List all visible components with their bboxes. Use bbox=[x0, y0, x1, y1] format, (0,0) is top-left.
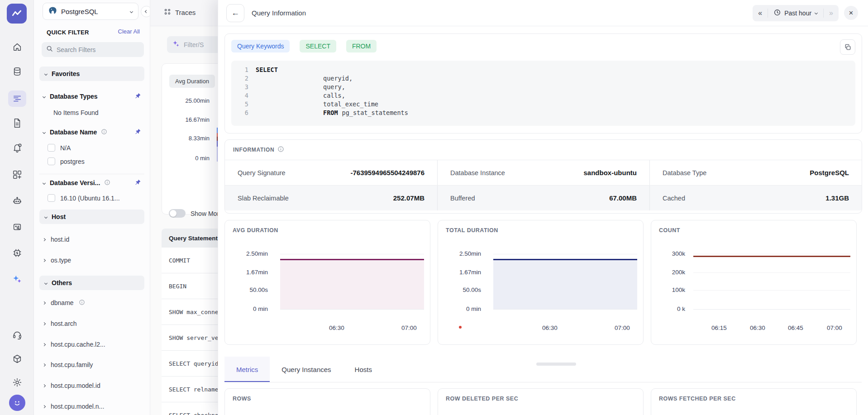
tab-query-instances[interactable]: Query Instances bbox=[270, 357, 343, 382]
show-more-toggle[interactable] bbox=[169, 209, 186, 218]
filter-option-version[interactable]: 16.10 (Ubuntu 16.1... bbox=[48, 194, 147, 202]
query-row[interactable]: SHOW server_ve bbox=[162, 325, 222, 351]
info-cell: Database Instancesandbox-ubuntu bbox=[437, 160, 649, 185]
billing-icon[interactable] bbox=[8, 63, 26, 80]
profile-avatar[interactable] bbox=[9, 395, 25, 411]
alerts-icon[interactable] bbox=[8, 140, 26, 156]
documents-icon[interactable] bbox=[8, 115, 26, 131]
checkbox[interactable] bbox=[48, 144, 55, 152]
y-tick: 0 min bbox=[162, 155, 210, 162]
pin-icon[interactable] bbox=[135, 179, 141, 186]
info-cell: Slab Reclaimable252.07MB bbox=[225, 186, 437, 210]
time-prev-button[interactable]: « bbox=[753, 5, 768, 21]
section-database-name[interactable]: Database Name bbox=[43, 129, 141, 136]
checkbox[interactable] bbox=[48, 157, 55, 165]
chevron-left-icon bbox=[145, 10, 148, 13]
info-cell: Cached1.31GB bbox=[649, 186, 862, 210]
clear-all-link[interactable]: Clear All bbox=[118, 28, 140, 35]
query-keywords-badge: Query Keywords bbox=[231, 40, 290, 52]
query-row[interactable]: SELECT checkpo bbox=[162, 402, 222, 415]
chevron-down-icon bbox=[815, 11, 818, 14]
settings-gear-icon[interactable] bbox=[8, 374, 26, 391]
pin-icon[interactable] bbox=[135, 93, 141, 100]
gridline bbox=[493, 254, 637, 254]
sidebar-collapse-button[interactable] bbox=[141, 6, 150, 17]
filter-option-postgres[interactable]: postgres bbox=[48, 157, 147, 165]
y-tick: 16.67min bbox=[162, 116, 210, 123]
horizontal-scrollbar-thumb[interactable] bbox=[536, 363, 576, 366]
assistant-robot-icon[interactable] bbox=[8, 193, 26, 209]
monitors-icon[interactable] bbox=[8, 219, 26, 235]
x-tick: 06:30 bbox=[744, 324, 771, 331]
chevron-down-icon bbox=[130, 10, 133, 13]
rows-card: ROWS bbox=[224, 388, 430, 415]
show-more-label: Show More bbox=[191, 210, 220, 217]
query-row[interactable]: SELECT relname bbox=[162, 377, 222, 402]
filter-host-arch[interactable]: host.arch bbox=[43, 320, 77, 327]
y-tick: 0 min bbox=[438, 305, 481, 312]
logs-icon[interactable] bbox=[8, 91, 26, 107]
datasource-dropdown[interactable]: PostgreSQL bbox=[43, 3, 138, 20]
query-row[interactable]: BEGIN bbox=[162, 273, 222, 299]
information-table: Query Signature-7639594965504249876 Data… bbox=[225, 160, 862, 210]
filter-placeholder: Filter/S bbox=[184, 41, 204, 48]
query-row[interactable]: COMMIT bbox=[162, 248, 222, 273]
search-filters-box[interactable] bbox=[42, 42, 144, 57]
time-range-button[interactable]: Past hour bbox=[768, 5, 823, 21]
section-database-version[interactable]: Database Versi... bbox=[43, 179, 141, 186]
y-tick: 2.50min bbox=[438, 250, 481, 257]
chevron-down-icon bbox=[43, 95, 46, 98]
info-cell: Query Signature-7639594965504249876 bbox=[225, 160, 437, 185]
info-icon bbox=[278, 146, 284, 153]
chevron-right-icon bbox=[43, 238, 46, 241]
integrations-box-icon[interactable] bbox=[8, 351, 26, 367]
section-host[interactable]: Host bbox=[39, 210, 144, 224]
filter-host-cpu-model-id[interactable]: host.cpu.model.id bbox=[43, 382, 100, 389]
checkbox[interactable] bbox=[48, 194, 55, 202]
filter-dbname[interactable]: dbname bbox=[43, 299, 85, 306]
tab-hosts[interactable]: Hosts bbox=[343, 357, 384, 382]
section-favorites[interactable]: Favorites bbox=[39, 67, 144, 81]
section-database-types[interactable]: Database Types bbox=[43, 93, 141, 100]
query-row[interactable]: SHOW max_conne bbox=[162, 299, 222, 325]
chevron-right-icon bbox=[43, 258, 46, 262]
filter-host-id[interactable]: host.id bbox=[43, 236, 69, 243]
chevron-right-icon bbox=[43, 322, 46, 325]
ai-sparkle-icon[interactable] bbox=[8, 271, 26, 287]
gridline bbox=[693, 309, 850, 310]
info-icon bbox=[79, 299, 85, 306]
back-button[interactable]: ← bbox=[226, 4, 244, 22]
filter-os-type[interactable]: os.type bbox=[43, 257, 71, 264]
avg-duration-series bbox=[280, 259, 424, 309]
search-filters-input[interactable] bbox=[57, 46, 129, 53]
x-tick: 06:30 bbox=[536, 324, 563, 331]
drawer-title: Query Information bbox=[252, 9, 306, 17]
card-title: ROW DELETED PER SEC bbox=[446, 396, 518, 402]
home-icon[interactable] bbox=[8, 39, 26, 55]
filter-option-na[interactable]: N/A bbox=[48, 144, 147, 152]
quick-filter-sidebar: PostgreSQL QUICK FILTER Clear All Favori… bbox=[34, 0, 150, 415]
query-information-drawer: ← Query Information « Past hour » × Quer… bbox=[218, 0, 868, 415]
close-button[interactable]: × bbox=[844, 6, 858, 20]
query-row[interactable]: SELECT queryid bbox=[162, 351, 222, 377]
pin-icon[interactable] bbox=[135, 129, 141, 136]
count-series bbox=[693, 256, 850, 257]
infrastructure-chip-icon[interactable] bbox=[8, 245, 26, 261]
tab-metrics[interactable]: Metrics bbox=[224, 357, 270, 382]
filter-host-cpu-cache[interactable]: host.cpu.cache.l2... bbox=[43, 341, 105, 348]
y-tick: 300k bbox=[651, 250, 685, 257]
filter-search-bar[interactable]: Filter/S bbox=[167, 36, 222, 53]
avg-duration-chip[interactable]: Avg Duration bbox=[169, 75, 215, 88]
dashboards-icon[interactable] bbox=[8, 167, 26, 183]
support-headset-icon[interactable] bbox=[8, 327, 26, 343]
y-tick: 1.67min bbox=[225, 269, 268, 276]
filter-host-cpu-family[interactable]: host.cpu.family bbox=[43, 361, 93, 368]
time-next-button[interactable]: » bbox=[824, 5, 839, 21]
filter-host-cpu-model-name[interactable]: host.cpu.model.n... bbox=[43, 403, 104, 410]
rows-fetched-per-sec-card: ROWS FETCHED PER SEC bbox=[651, 388, 857, 415]
line-number: 3 bbox=[231, 83, 248, 91]
copy-button[interactable] bbox=[840, 39, 855, 55]
chevron-right-icon bbox=[43, 405, 46, 408]
section-others[interactable]: Others bbox=[39, 276, 144, 290]
tab-traces[interactable]: Traces bbox=[164, 8, 196, 17]
